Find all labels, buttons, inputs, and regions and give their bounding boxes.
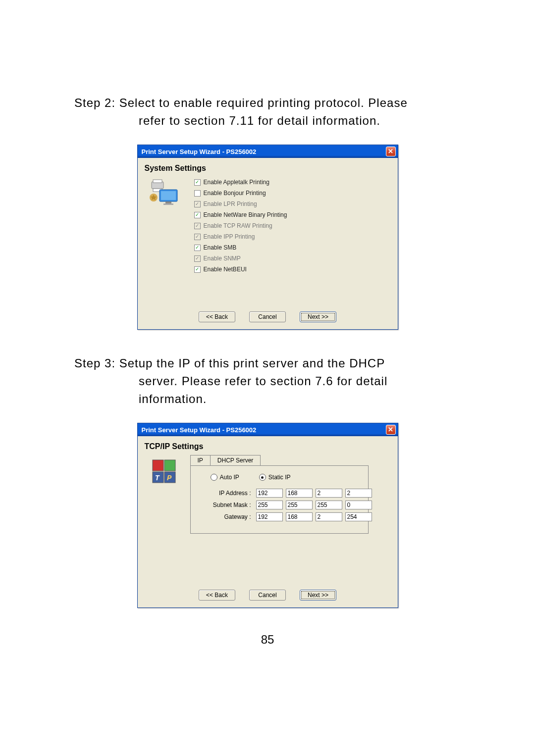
title-bar: Print Server Setup Wizard - PS256002 ✕ xyxy=(138,423,398,436)
radio-auto-ip[interactable]: Auto IP xyxy=(211,474,239,481)
checkbox-row: Enable IPP Printing xyxy=(194,233,287,240)
checkbox-label: Enable SMB xyxy=(204,244,237,251)
back-button[interactable]: << Back xyxy=(199,590,235,601)
gateway-octet-input[interactable]: 168 xyxy=(286,512,313,521)
checkbox-row: Enable SNMP xyxy=(194,255,287,262)
dialog-title: Print Server Setup Wizard - PS256002 xyxy=(142,426,257,434)
tcpip-settings-dialog: Print Server Setup Wizard - PS256002 ✕ T… xyxy=(137,423,398,608)
dialog-heading: TCP/IP Settings xyxy=(145,442,391,451)
radio-static-ip[interactable]: Static IP xyxy=(259,474,291,481)
system-settings-dialog: Print Server Setup Wizard - PS256002 ✕ S… xyxy=(137,145,398,330)
ip-octet-input[interactable]: 192 xyxy=(256,489,283,498)
ip-octet-input[interactable]: 168 xyxy=(286,489,313,498)
checkbox-icon xyxy=(194,201,201,207)
svg-rect-8 xyxy=(153,460,163,471)
tab-bar: IP DHCP Server xyxy=(190,455,369,465)
subnet-mask-label: Subnet Mask : xyxy=(204,502,253,508)
ip-octet-input[interactable]: 2 xyxy=(316,489,342,498)
tab-dhcp-server[interactable]: DHCP Server xyxy=(210,455,261,465)
svg-text:T: T xyxy=(155,474,160,482)
subnet-octet-input[interactable]: 0 xyxy=(345,501,372,509)
checkbox-label: Enable NetBEUI xyxy=(204,266,247,273)
subnet-octet-input[interactable]: 255 xyxy=(286,501,313,509)
gateway-octet-input[interactable]: 254 xyxy=(345,512,372,521)
step3-line1: Step 3: Setup the IP of this print serve… xyxy=(74,356,385,370)
checkbox-row[interactable]: Enable Bonjour Printing xyxy=(194,190,287,197)
cancel-button[interactable]: Cancel xyxy=(249,311,286,322)
step2-text: Step 2: Select to enable required printi… xyxy=(59,94,476,130)
checkbox-row[interactable]: Enable SMB xyxy=(194,244,287,251)
radio-label: Auto IP xyxy=(220,474,239,481)
tcpip-icon: T P xyxy=(150,455,184,534)
checkbox-label: Enable NetWare Binary Printing xyxy=(204,211,287,218)
checkbox-row: Enable TCP RAW Printing xyxy=(194,222,287,229)
checkbox-icon xyxy=(194,223,201,229)
tab-content: Auto IP Static IP IP Address : 192 168 2 xyxy=(190,465,369,534)
gateway-octet-input[interactable]: 192 xyxy=(256,512,283,521)
ip-address-label: IP Address : xyxy=(204,490,253,497)
checkbox-row[interactable]: Enable NetBEUI xyxy=(194,266,287,273)
radio-label: Static IP xyxy=(268,474,291,481)
checkbox-label: Enable Appletalk Printing xyxy=(204,179,269,186)
close-icon[interactable]: ✕ xyxy=(386,147,396,156)
checkbox-icon[interactable] xyxy=(194,212,201,218)
cancel-button[interactable]: Cancel xyxy=(249,590,286,601)
svg-rect-5 xyxy=(165,202,171,203)
checkbox-icon xyxy=(194,255,201,262)
step2-line1: Step 2: Select to enable required printi… xyxy=(74,96,408,109)
checkbox-label: Enable IPP Printing xyxy=(204,233,255,240)
page-number: 85 xyxy=(59,633,476,647)
tab-ip[interactable]: IP xyxy=(190,455,211,465)
checkbox-icon[interactable] xyxy=(194,190,201,197)
radio-icon xyxy=(211,474,217,481)
svg-rect-1 xyxy=(153,180,162,183)
checkbox-label: Enable LPR Printing xyxy=(204,201,257,207)
step3-text: Step 3: Setup the IP of this print serve… xyxy=(59,354,476,408)
checkbox-icon xyxy=(194,234,201,240)
checkbox-icon[interactable] xyxy=(194,245,201,251)
printer-monitor-icon xyxy=(150,177,184,273)
step2-line2: refer to section 7.11 for detail informa… xyxy=(74,112,476,130)
checkbox-label: Enable SNMP xyxy=(204,255,241,262)
ip-octet-input[interactable]: 2 xyxy=(345,489,372,498)
back-button[interactable]: << Back xyxy=(199,311,235,322)
next-button[interactable]: Next >> xyxy=(300,590,336,601)
checkbox-icon[interactable] xyxy=(194,266,201,273)
checkbox-row[interactable]: Enable Appletalk Printing xyxy=(194,179,287,186)
subnet-octet-input[interactable]: 255 xyxy=(316,501,342,509)
checkbox-label: Enable TCP RAW Printing xyxy=(204,222,272,229)
svg-rect-6 xyxy=(163,203,173,205)
step3-line3: information. xyxy=(74,390,476,408)
close-icon[interactable]: ✕ xyxy=(386,425,396,435)
checkbox-row[interactable]: Enable NetWare Binary Printing xyxy=(194,211,287,218)
checkbox-row: Enable LPR Printing xyxy=(194,201,287,207)
dialog-title: Print Server Setup Wizard - PS256002 xyxy=(142,148,257,155)
gateway-octet-input[interactable]: 2 xyxy=(316,512,342,521)
title-bar: Print Server Setup Wizard - PS256002 ✕ xyxy=(138,145,398,158)
checkbox-list: Enable Appletalk PrintingEnable Bonjour … xyxy=(194,177,287,273)
checkbox-icon[interactable] xyxy=(194,179,201,186)
gateway-label: Gateway : xyxy=(204,513,253,520)
step3-line2: server. Please refer to section 7.6 for … xyxy=(74,372,476,390)
next-button[interactable]: Next >> xyxy=(300,311,336,322)
svg-text:P: P xyxy=(167,474,172,482)
dialog-heading: System Settings xyxy=(145,164,391,173)
subnet-octet-input[interactable]: 255 xyxy=(256,501,283,509)
radio-icon xyxy=(259,474,266,481)
svg-rect-4 xyxy=(161,191,176,200)
checkbox-label: Enable Bonjour Printing xyxy=(204,190,266,197)
svg-rect-9 xyxy=(164,460,175,471)
